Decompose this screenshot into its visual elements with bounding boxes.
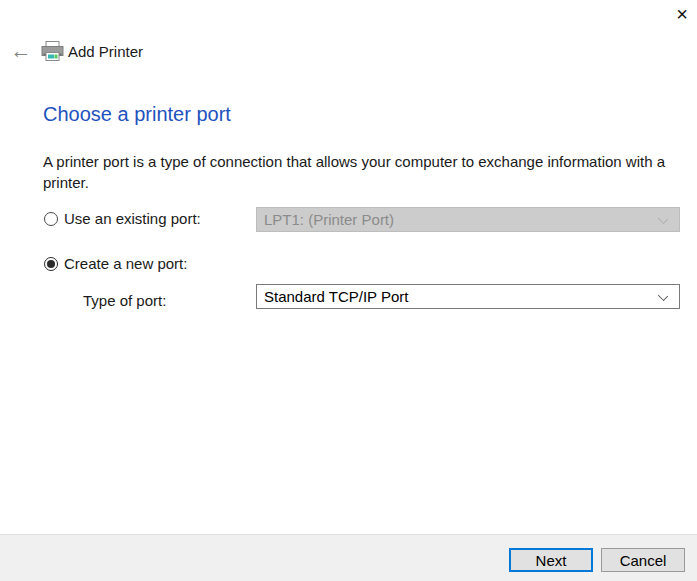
next-button[interactable]: Next: [509, 548, 593, 572]
radio-use-existing-port[interactable]: Use an existing port:: [44, 210, 201, 227]
radio-create-new-port[interactable]: Create a new port:: [44, 255, 187, 272]
wizard-description: A printer port is a type of connection t…: [43, 151, 693, 193]
port-type-dropdown-value: Standard TCP/IP Port: [264, 288, 409, 305]
add-printer-dialog: × ← Add Printer Choose a printer port A …: [0, 0, 697, 581]
dialog-footer: Next Cancel: [0, 534, 697, 581]
chevron-down-icon: [658, 214, 668, 224]
type-of-port-label: Type of port:: [83, 292, 166, 309]
existing-port-dropdown-value: LPT1: (Printer Port): [264, 211, 394, 228]
back-arrow-icon[interactable]: ←: [8, 39, 34, 63]
existing-port-dropdown: LPT1: (Printer Port): [256, 207, 680, 232]
wizard-heading: Choose a printer port: [43, 103, 231, 126]
cancel-button[interactable]: Cancel: [601, 548, 685, 572]
port-type-dropdown[interactable]: Standard TCP/IP Port: [256, 284, 680, 309]
radio-label: Create a new port:: [64, 255, 187, 272]
chevron-down-icon: [658, 291, 668, 301]
page-title: Add Printer: [68, 43, 143, 60]
radio-label: Use an existing port:: [64, 210, 201, 227]
close-icon[interactable]: ×: [670, 2, 694, 26]
radio-circle-checked[interactable]: [44, 257, 58, 271]
radio-circle-unchecked[interactable]: [44, 212, 58, 226]
printer-icon: [41, 41, 64, 62]
